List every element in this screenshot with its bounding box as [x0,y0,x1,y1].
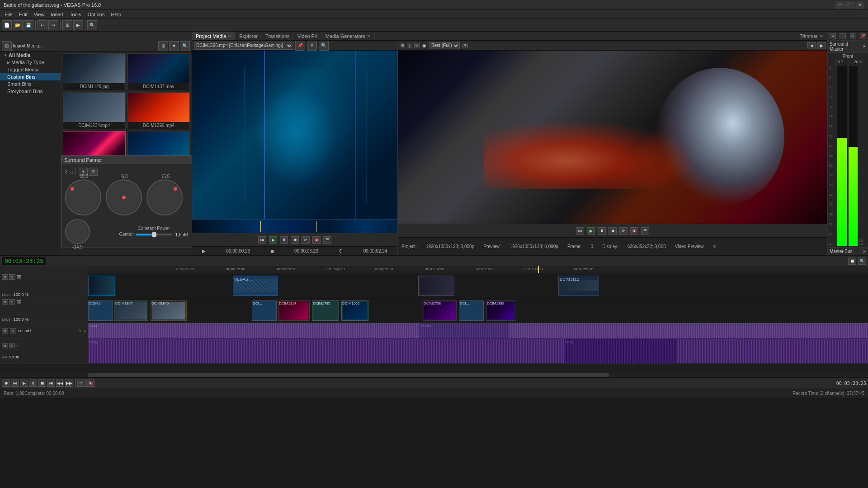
clip-v1-1[interactable] [88,276,115,296]
right-grid-icon[interactable]: ⊞ [850,33,856,39]
track-mute-1[interactable]: M [2,274,8,280]
trimmer-pause[interactable]: ⏸ [280,236,288,244]
views-button[interactable]: ⊞ [158,41,168,51]
media-thumb-dcim1137[interactable]: DCIM1137.mov [127,53,190,90]
preview-play[interactable]: ▶ [587,227,595,235]
tree-item-custom-bins[interactable]: Custom Bins [0,73,61,80]
master-bus-close[interactable]: ✕ [863,249,866,254]
maximize-button[interactable]: □ [845,1,854,9]
tree-item-media-by-type[interactable]: ▶ Media By Type [0,59,61,66]
minimize-button[interactable]: ─ [835,1,844,9]
center-slider[interactable] [136,234,172,235]
media-thumb-dcim1234[interactable]: DCIM1234.mp4 [63,92,126,129]
clip-v2-dcim3768[interactable]: DCIM3768 [423,300,457,321]
track-solo-1[interactable]: S [9,274,15,280]
btn-pause[interactable]: ⏸ [29,380,37,387]
preview-mute[interactable]: 🔇 [630,227,638,235]
clip-v2-dcim1566[interactable]: DCIM1566 [341,300,368,321]
preview-nav-next[interactable]: ▶ [817,42,826,49]
scrollbar-thumb[interactable] [88,373,609,377]
btn-mute[interactable]: 🔇 [86,380,94,387]
menu-tools[interactable]: Tools [67,11,84,18]
clip-v2-dcim1765[interactable]: DCIM1765 [312,300,339,321]
panner-center-circle[interactable]: -6.8 [106,179,142,216]
audio-mute-1[interactable]: M [2,328,8,333]
right-pin-icon[interactable]: 📌 [860,33,866,39]
preview-calc-icon[interactable]: ∑ [407,43,412,48]
import-media-toolbar-button[interactable]: ⊞ [2,41,12,51]
clip-v2-dci2[interactable]: DCI... [459,300,484,321]
audio-solo-2[interactable]: S [9,343,15,348]
import-media-button[interactable]: ⊞ [62,20,72,30]
redo-button[interactable]: ↪ [48,20,58,30]
timeline-scrollbar[interactable] [0,373,868,377]
menu-view[interactable]: View [31,11,47,18]
trimmer-pin-button[interactable]: 📌 [295,41,305,51]
timeline-snap-button[interactable]: 🔲 [848,258,856,265]
close-button[interactable]: ✕ [855,1,864,9]
menu-file[interactable]: File [2,11,15,18]
tab-close-trimmer[interactable]: ✕ [820,34,823,38]
clip-v1-2[interactable]: VEGAS ... [233,276,278,296]
btn-play[interactable]: ▶ [20,380,28,387]
menu-edit[interactable]: Edit [16,11,30,18]
audio-solo-1[interactable]: S [10,328,16,333]
tree-item-storyboard-bins[interactable]: Storyboard Bins [0,88,61,95]
media-thumb-dcim1290[interactable]: DCIM1290.mp4 [127,92,190,129]
panner-grid-button[interactable]: ⊞ [89,168,98,176]
zoom-in-button[interactable]: 🔍 [87,20,97,30]
trimmer-zoom-button[interactable]: 🔍 [319,41,329,51]
btn-loop[interactable]: ⟳ [77,380,85,387]
menu-insert[interactable]: Insert [48,11,66,18]
preview-stop[interactable]: ⏹ [609,227,617,235]
save-button[interactable]: 💾 [24,20,33,30]
tree-item-tagged-media[interactable]: Tagged Media [0,66,61,73]
preview-fx-icon[interactable]: fx [414,43,420,48]
preview-pause[interactable]: ⏸ [598,227,606,235]
tab-transitions[interactable]: Transitions [262,32,293,40]
preview-nav-prev[interactable]: ◀ [807,42,816,49]
clip-v2-dcim1845[interactable]: DCIM1845 [151,300,187,321]
track-mute-2[interactable]: M [2,299,8,305]
menu-options[interactable]: Options [85,11,108,18]
trimmer-play[interactable]: ▶ [269,236,277,244]
right-settings-icon[interactable]: ⚙ [830,33,836,39]
audio-mute-2[interactable]: M [2,343,8,348]
filter-button[interactable]: ▼ [169,41,179,51]
panner-right-circle[interactable]: -15.5 [146,179,183,216]
trimmer-loop[interactable]: ⟳ [302,236,310,244]
tree-item-smart-bins[interactable]: Smart Bins [0,80,61,88]
preview-vid-close[interactable]: ✕ [713,244,717,249]
preview-settings-icon[interactable]: ⚙ [400,43,405,48]
btn-stop[interactable]: ⏹ [38,380,46,387]
clip-v2-dcim1[interactable]: DCIM1 [88,300,113,321]
surround-panner-title[interactable]: Surround Panner ✕ [61,156,192,164]
tree-item-all-media[interactable]: ▼ All Media [0,52,61,59]
preview-more-icon[interactable]: ▼ [462,43,468,48]
timeline-playhead[interactable] [538,266,539,273]
tab-trimmer[interactable]: Trimmer ✕ [796,32,827,40]
tab-media-generators[interactable]: Media Generators ✕ [322,32,375,40]
tab-explorer[interactable]: Explorer [236,32,262,40]
preview-menu[interactable]: ☰ [641,227,649,235]
clip-v2-dcim1867[interactable]: DCIM1867 [114,300,148,321]
clip-v1-4[interactable]: DCIM3112 [558,276,599,296]
right-add-icon[interactable]: + [840,33,846,39]
preview-quality-select[interactable]: Best (Full) [429,42,460,49]
trimmer-stop[interactable]: ⏹ [291,236,299,244]
menu-help[interactable]: Help [108,11,124,18]
media-thumb-dcim1120[interactable]: DCIM1120.jpg [63,53,126,90]
track-solo-2[interactable]: S [9,299,15,305]
btn-go-end[interactable]: ⏭ [47,380,55,387]
timeline-zoom-button[interactable]: 🔍 [858,258,866,265]
surround-master-close[interactable]: ✕ [863,44,866,49]
undo-button[interactable]: ↩ [38,20,47,30]
open-button[interactable]: 📂 [13,20,23,30]
tab-close-media-gen[interactable]: ✕ [367,34,371,38]
trimmer-file-select[interactable]: DCIM1566.mp4 [C:\User\Footage\Gaming\] [194,42,293,50]
trimmer-go-start[interactable]: ⏮ [258,236,266,244]
tab-close-project-media[interactable]: ✕ [228,34,231,38]
btn-next-frame[interactable]: ▶▶ [65,380,73,387]
tab-video-fx[interactable]: Video FX [294,32,322,40]
tab-project-media[interactable]: Project Media ✕ [192,32,236,40]
